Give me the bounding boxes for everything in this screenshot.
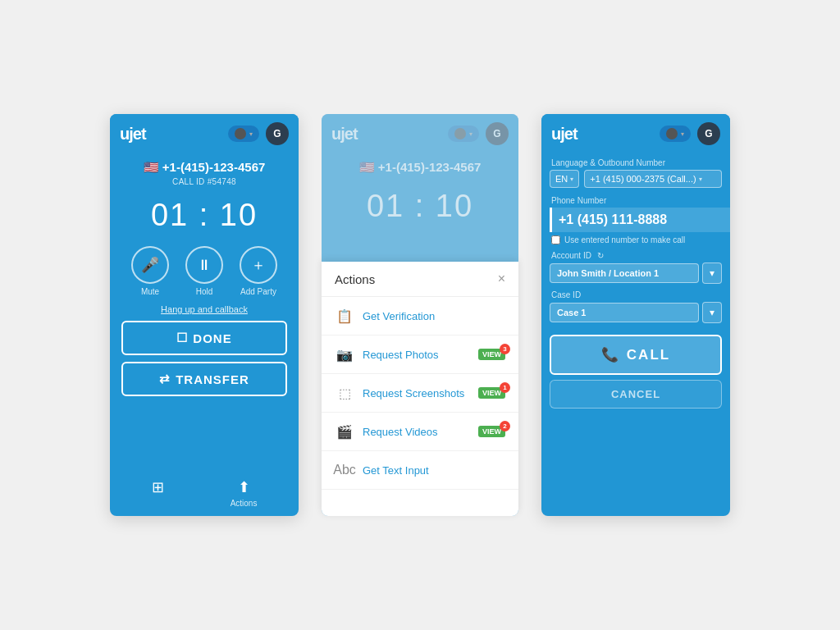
outbound-call-panel: ujet ▾ G Language & Outbound Number EN ▾… xyxy=(541,114,730,516)
panel3-header-controls: ▾ G xyxy=(660,122,720,145)
bg-phone-number: 🇺🇸 +1-(415)-123-4567 xyxy=(331,160,509,175)
checkbox-label: Use entered number to make call xyxy=(564,235,685,244)
request-screenshots-label: Request Screenshots xyxy=(363,387,470,399)
panel3-logo: ujet xyxy=(551,125,578,144)
phone-input-row: +1 (415) 111-8888 ⊞ xyxy=(541,208,730,232)
modal-title: Actions xyxy=(335,272,375,286)
case-select-row: Case 1 ▾ xyxy=(541,302,730,335)
mute-button[interactable]: 🎤 Mute xyxy=(131,246,169,296)
call-button[interactable]: 📞 CALL xyxy=(550,335,722,375)
panel3-avatar[interactable]: G xyxy=(697,122,720,145)
keypad-footer-icon: ⊞ xyxy=(152,478,164,496)
videos-badge-count: 2 xyxy=(500,421,510,431)
status-toggle[interactable]: ▾ xyxy=(228,126,259,142)
get-verification-item[interactable]: 📋 Get Verification xyxy=(322,297,518,336)
avatar[interactable]: G xyxy=(266,122,289,145)
case-value: Case 1 xyxy=(557,308,586,317)
panel3-header: ujet ▾ G xyxy=(541,114,730,153)
text-input-icon: Abc xyxy=(335,460,354,480)
use-entered-number-checkbox[interactable] xyxy=(551,235,560,244)
keypad-footer-button[interactable]: ⊞ xyxy=(152,478,164,508)
outbound-number-select[interactable]: +1 (415) 000-2375 (Call...) ▾ xyxy=(584,170,722,188)
screenshots-view-badge[interactable]: VIEW 1 xyxy=(478,387,505,399)
call-label: CALL xyxy=(627,347,670,363)
actions-footer-button[interactable]: ⬆ Actions xyxy=(231,478,258,508)
account-dropdown-button[interactable]: ▾ xyxy=(702,262,722,284)
videos-view-badge[interactable]: VIEW 2 xyxy=(478,426,505,437)
camera-icon: 📷 xyxy=(335,345,354,364)
language-select[interactable]: EN ▾ xyxy=(550,170,579,188)
modal-close-button[interactable]: × xyxy=(498,272,505,286)
account-section-label: Account ID ↻ xyxy=(541,248,730,262)
actions-panel: ujet ▾ G 🇺🇸 +1-(415)-123-4567 01 : 10 Ac… xyxy=(322,114,518,516)
get-text-input-item[interactable]: Abc Get Text Input xyxy=(322,451,518,490)
call-phone-icon: 📞 xyxy=(601,346,620,363)
request-photos-label: Request Photos xyxy=(363,349,470,361)
bg-toggle-dot xyxy=(454,128,466,139)
panel3-toggle[interactable]: ▾ xyxy=(660,126,691,142)
request-videos-item[interactable]: 🎬 Request Videos VIEW 2 xyxy=(322,413,518,451)
get-verification-label: Get Verification xyxy=(363,310,505,322)
done-button[interactable]: ☐ DONE xyxy=(121,321,287,355)
toggle-dot xyxy=(235,128,246,139)
case-dropdown-button[interactable]: ▾ xyxy=(702,302,722,323)
outbound-arrow-icon: ▾ xyxy=(699,176,702,183)
account-select[interactable]: John Smith / Location 1 xyxy=(550,263,699,283)
done-icon: ☐ xyxy=(176,331,188,345)
account-select-row: John Smith / Location 1 ▾ xyxy=(541,262,730,287)
language-arrow-icon: ▾ xyxy=(570,176,573,183)
refresh-icon[interactable]: ↻ xyxy=(597,251,604,260)
bg-toggle: ▾ xyxy=(448,126,479,142)
actions-footer-label: Actions xyxy=(231,499,258,508)
bg-logo: ujet xyxy=(331,125,358,144)
hang-up-callback-link[interactable]: Hang up and callback xyxy=(110,299,299,321)
phone-number-input[interactable]: +1 (415) 111-8888 xyxy=(550,208,730,232)
language-select-row: EN ▾ +1 (415) 000-2375 (Call...) ▾ xyxy=(541,170,730,193)
bg-avatar: G xyxy=(486,122,509,145)
modal-header: Actions × xyxy=(322,262,518,297)
videos-view-btn-wrap: VIEW 2 xyxy=(478,426,505,437)
hold-icon: ⏸ xyxy=(185,246,223,284)
photos-view-btn-wrap: VIEW 3 xyxy=(478,349,505,360)
header-controls: ▾ G xyxy=(228,122,289,145)
hold-button[interactable]: ⏸ Hold xyxy=(185,246,223,296)
case-section-label: Case ID xyxy=(541,287,730,302)
transfer-button[interactable]: ⇄ TRANSFER xyxy=(121,362,287,396)
fingerprint-icon: 📋 xyxy=(335,306,354,326)
account-value: John Smith / Location 1 xyxy=(557,268,659,278)
video-icon: 🎬 xyxy=(335,422,354,441)
call-info: 🇺🇸 +1-(415)-123-4567 CALL ID #54748 xyxy=(110,153,299,189)
panel3-toggle-arrow: ▾ xyxy=(681,130,684,138)
panel1-header: ujet ▾ G xyxy=(110,114,299,153)
add-party-button[interactable]: ＋ Add Party xyxy=(240,246,277,296)
done-label: DONE xyxy=(193,331,231,345)
case-select[interactable]: Case 1 xyxy=(550,303,699,322)
call-timer: 01 : 10 xyxy=(110,189,299,240)
bg-call-info: 🇺🇸 +1-(415)-123-4567 xyxy=(322,153,518,180)
screenshots-view-btn-wrap: VIEW 1 xyxy=(478,387,505,399)
logo: ujet xyxy=(120,125,146,144)
add-party-label: Add Party xyxy=(240,287,276,296)
phone-section-label: Phone Number xyxy=(541,193,730,208)
photos-badge-count: 3 xyxy=(500,344,510,354)
add-party-icon: ＋ xyxy=(240,246,277,284)
request-screenshots-item[interactable]: ⬚ Request Screenshots VIEW 1 xyxy=(322,374,518,413)
toggle-arrow-icon: ▾ xyxy=(249,130,253,138)
phone-number: 🇺🇸 +1-(415)-123-4567 xyxy=(120,160,289,175)
screenshot-icon: ⬚ xyxy=(335,383,354,403)
call-controls: 🎤 Mute ⏸ Hold ＋ Add Party xyxy=(110,240,299,299)
get-text-input-label: Get Text Input xyxy=(363,464,505,477)
hold-label: Hold xyxy=(196,287,213,296)
request-photos-item[interactable]: 📷 Request Photos VIEW 3 xyxy=(322,336,518,374)
transfer-label: TRANSFER xyxy=(176,372,249,386)
screenshots-badge-count: 1 xyxy=(500,382,510,393)
panel-footer: ⊞ ⬆ Actions xyxy=(110,470,299,516)
transfer-icon: ⇄ xyxy=(159,372,171,386)
outbound-number-value: +1 (415) 000-2375 (Call...) xyxy=(590,174,696,184)
photos-view-badge[interactable]: VIEW 3 xyxy=(478,349,505,360)
cancel-button[interactable]: CANCEL xyxy=(550,380,722,409)
call-id: CALL ID #54748 xyxy=(120,177,289,186)
actions-footer-icon: ⬆ xyxy=(238,478,250,496)
mute-icon: 🎤 xyxy=(131,246,169,284)
bg-toggle-arrow-icon: ▾ xyxy=(469,130,472,138)
